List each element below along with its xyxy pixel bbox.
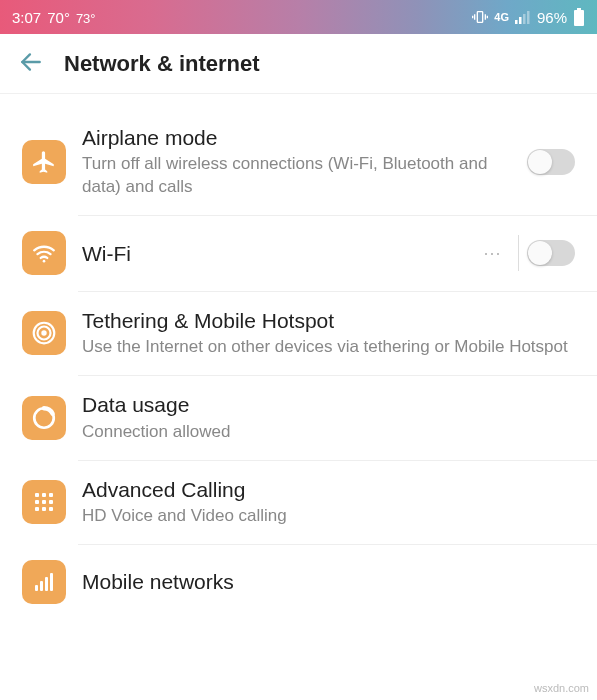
svg-rect-20 <box>35 500 39 504</box>
item-trail: ⋯ <box>475 235 575 271</box>
airplane-mode-toggle[interactable] <box>527 149 575 175</box>
wifi-toggle[interactable] <box>527 240 575 266</box>
network-type-icon: 4G <box>494 11 509 23</box>
item-title: Advanced Calling <box>82 476 575 503</box>
network-type-label: 4G <box>494 11 509 23</box>
svg-rect-7 <box>523 14 526 24</box>
svg-rect-6 <box>519 17 522 24</box>
item-content: Airplane mode Turn off all wireless conn… <box>82 124 527 199</box>
item-content: Mobile networks <box>82 568 575 595</box>
item-title: Wi-Fi <box>82 240 475 267</box>
toggle-knob <box>528 150 552 174</box>
svg-rect-21 <box>42 500 46 504</box>
svg-point-12 <box>43 260 46 263</box>
airplane-icon <box>22 140 66 184</box>
item-subtitle: Use the Internet on other devices via te… <box>82 336 575 359</box>
svg-rect-29 <box>50 573 53 591</box>
svg-rect-28 <box>45 577 48 591</box>
wifi-icon <box>22 231 66 275</box>
svg-rect-22 <box>49 500 53 504</box>
advanced-calling-icon <box>22 480 66 524</box>
settings-item-tethering[interactable]: Tethering & Mobile Hotspot Use the Inter… <box>0 291 597 375</box>
settings-item-airplane-mode[interactable]: Airplane mode Turn off all wireless conn… <box>0 108 597 215</box>
status-bar: 3:07 70° 73° 4G 96% <box>0 0 597 34</box>
svg-rect-26 <box>35 585 38 591</box>
watermark: wsxdn.com <box>534 682 589 694</box>
toggle-knob <box>528 241 552 265</box>
item-subtitle: Connection allowed <box>82 421 575 444</box>
svg-point-13 <box>41 331 46 336</box>
item-subtitle: HD Voice and Video calling <box>82 505 575 528</box>
signal-icon <box>515 10 531 24</box>
back-arrow-icon[interactable] <box>18 49 44 79</box>
status-left: 3:07 70° 73° <box>12 9 96 26</box>
settings-item-mobile-networks[interactable]: Mobile networks <box>0 544 597 620</box>
page-title: Network & internet <box>64 51 260 77</box>
mobile-networks-icon <box>22 560 66 604</box>
more-icon[interactable]: ⋯ <box>475 242 510 264</box>
item-content: Data usage Connection allowed <box>82 391 575 443</box>
item-subtitle: Turn off all wireless connections (Wi-Fi… <box>82 153 527 199</box>
battery-icon <box>573 8 585 26</box>
hotspot-icon <box>22 311 66 355</box>
battery-percent: 96% <box>537 9 567 26</box>
svg-rect-23 <box>35 507 39 511</box>
settings-list: Airplane mode Turn off all wireless conn… <box>0 94 597 700</box>
item-content: Tethering & Mobile Hotspot Use the Inter… <box>82 307 575 359</box>
vibrate-icon <box>472 9 488 25</box>
status-temp-1: 70° <box>47 9 70 26</box>
item-title: Tethering & Mobile Hotspot <box>82 307 575 334</box>
svg-rect-27 <box>40 581 43 591</box>
svg-rect-5 <box>515 20 518 24</box>
item-title: Data usage <box>82 391 575 418</box>
item-content: Wi-Fi <box>82 240 475 267</box>
svg-rect-19 <box>49 493 53 497</box>
svg-rect-25 <box>49 507 53 511</box>
item-title: Mobile networks <box>82 568 575 595</box>
header: Network & internet <box>0 34 597 94</box>
status-time: 3:07 <box>12 9 41 26</box>
svg-rect-24 <box>42 507 46 511</box>
svg-rect-9 <box>577 8 581 10</box>
item-content: Advanced Calling HD Voice and Video call… <box>82 476 575 528</box>
svg-rect-10 <box>574 10 584 26</box>
svg-rect-18 <box>42 493 46 497</box>
status-temp-2: 73° <box>76 11 96 26</box>
svg-rect-0 <box>478 12 483 23</box>
svg-rect-8 <box>527 11 530 24</box>
settings-item-data-usage[interactable]: Data usage Connection allowed <box>0 375 597 459</box>
svg-rect-17 <box>35 493 39 497</box>
settings-item-advanced-calling[interactable]: Advanced Calling HD Voice and Video call… <box>0 460 597 544</box>
item-title: Airplane mode <box>82 124 527 151</box>
divider <box>518 235 519 271</box>
data-usage-icon <box>22 396 66 440</box>
status-right: 4G 96% <box>472 8 585 26</box>
settings-item-wifi[interactable]: Wi-Fi ⋯ <box>0 215 597 291</box>
